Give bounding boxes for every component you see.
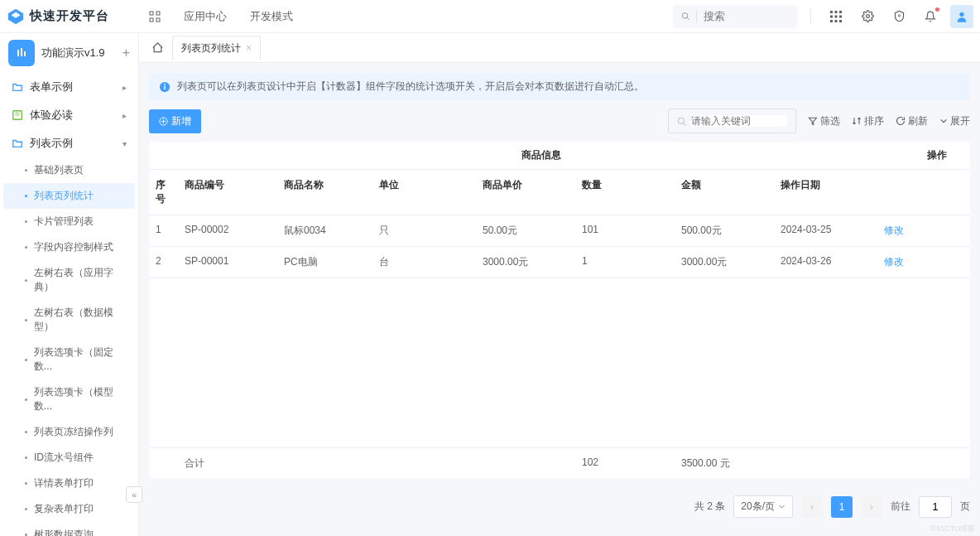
bullet-icon: [25, 456, 27, 459]
logo-text: 快速开发平台: [30, 8, 109, 24]
sidebar-item[interactable]: 左树右表（数据模型）: [0, 300, 138, 340]
svg-rect-19: [24, 51, 26, 56]
chevron-right-icon: ▸: [122, 111, 127, 120]
table-footer: 合计 102 3500.00 元: [149, 447, 970, 479]
tab-label: 列表页列统计: [181, 41, 241, 56]
goto-input[interactable]: [919, 496, 952, 518]
app-header: 快速开发平台 应用中心 开发模式: [0, 0, 980, 33]
keyword-input[interactable]: [691, 115, 787, 127]
sidebar-item[interactable]: 卡片管理列表: [0, 209, 138, 234]
watermark: ©51CTO博客: [931, 524, 975, 534]
sort-button[interactable]: 排序: [852, 114, 884, 128]
sidebar-title: 功能演示v1.9: [41, 46, 116, 60]
svg-rect-11: [839, 15, 842, 17]
table-row: 1SP-00002鼠标0034只50.00元101500.00元2024-03-…: [149, 215, 970, 247]
sidebar-item[interactable]: ID流水号组件: [0, 445, 138, 471]
page-total: 共 2 条: [694, 500, 725, 514]
sidebar-item[interactable]: 列表选项卡（固定数...: [0, 340, 138, 379]
svg-rect-10: [835, 15, 838, 17]
svg-rect-18: [21, 48, 22, 56]
page-size-select[interactable]: 20条/页: [733, 495, 793, 518]
table-head: 序号 商品编号 商品名称 单位 商品单价 数量 金额 操作日期: [149, 170, 970, 215]
bell-icon[interactable]: [919, 5, 942, 28]
tab-home-icon[interactable]: [146, 36, 169, 60]
svg-point-16: [959, 12, 963, 16]
sidebar-item[interactable]: 详情表单打印: [0, 471, 138, 496]
expand-button[interactable]: 展开: [939, 114, 970, 128]
bullet-icon: [25, 279, 27, 282]
col-name: 商品名称: [277, 170, 372, 215]
svg-point-4: [682, 13, 687, 18]
tab-current[interactable]: 列表页列统计 ×: [172, 36, 261, 60]
alert-text: 列表页可以在列表页设计中开启【计数器】组件字段的统计选项开关，开启后会对本页数据…: [177, 80, 644, 94]
page-current[interactable]: 1: [831, 496, 853, 518]
menu-group[interactable]: 列表示例▾: [0, 129, 138, 157]
folder-icon: [12, 109, 23, 121]
svg-rect-7: [835, 11, 838, 13]
main: 列表页列统计 × 列表页可以在列表页设计中开启【计数器】组件字段的统计选项开关，…: [139, 33, 980, 536]
nav-apps-icon[interactable]: [149, 11, 161, 22]
user-avatar[interactable]: [950, 5, 973, 28]
col-price: 商品单价: [476, 170, 575, 215]
edit-link[interactable]: 修改: [884, 256, 904, 268]
folder-icon: [12, 138, 23, 149]
goto-suffix: 页: [960, 500, 970, 514]
shield-gear-icon[interactable]: [887, 5, 910, 28]
global-search-input[interactable]: [704, 10, 789, 22]
nav-app-center[interactable]: 应用中心: [184, 9, 227, 24]
sidebar-item[interactable]: 字段内容控制样式: [0, 234, 138, 260]
gear-icon[interactable]: [856, 5, 879, 28]
sidebar-item[interactable]: 列表页冻结操作列: [0, 419, 138, 445]
svg-rect-3: [156, 18, 160, 22]
bullet-icon: [25, 319, 27, 321]
info-alert: 列表页可以在列表页设计中开启【计数器】组件字段的统计选项开关，开启后会对本页数据…: [149, 73, 970, 100]
pagination: 共 2 条 20条/页 ‹ 1 › 前往 页: [149, 487, 970, 526]
search-icon: [677, 116, 686, 127]
menu-group[interactable]: 表单示例▸: [0, 73, 138, 101]
apps-grid-icon[interactable]: [824, 5, 848, 28]
bullet-icon: [25, 169, 27, 171]
content: 列表页可以在列表页设计中开启【计数器】组件字段的统计选项开关，开启后会对本页数据…: [139, 63, 980, 536]
svg-rect-13: [835, 20, 838, 22]
add-button[interactable]: 新增: [149, 109, 201, 133]
sidebar-app-icon: [8, 40, 35, 66]
edit-link[interactable]: 修改: [884, 225, 904, 236]
footer-label: 合计: [178, 448, 277, 479]
tabs-bar: 列表页列统计 ×: [139, 33, 980, 63]
svg-rect-8: [839, 11, 842, 13]
svg-rect-2: [150, 18, 153, 22]
nav-dev-mode[interactable]: 开发模式: [250, 9, 293, 24]
sidebar-item[interactable]: 左树右表（应用字典）: [0, 260, 138, 300]
tab-close-icon[interactable]: ×: [246, 42, 252, 54]
sidebar-item[interactable]: 树形数据查询: [0, 522, 138, 536]
bullet-icon: [25, 195, 27, 197]
global-search[interactable]: [673, 5, 797, 28]
header-nav: 应用中心 开发模式: [149, 9, 293, 24]
bullet-icon: [25, 246, 27, 249]
header-right: [673, 5, 973, 28]
folder-icon: [12, 81, 23, 93]
group-header: 商品信息: [178, 142, 904, 169]
filter-button[interactable]: 筛选: [808, 114, 840, 128]
chevron-right-icon: ▾: [122, 139, 127, 148]
bullet-icon: [25, 431, 27, 433]
keyword-search[interactable]: [668, 109, 796, 133]
sort-icon: [852, 116, 862, 126]
sidebar-add-icon[interactable]: +: [122, 46, 130, 60]
col-code: 商品编号: [178, 170, 277, 215]
sidebar-item[interactable]: 列表页列统计: [3, 183, 135, 209]
sidebar-item[interactable]: 基础列表页: [0, 157, 138, 183]
refresh-button[interactable]: 刷新: [896, 114, 928, 128]
svg-point-15: [898, 15, 901, 17]
table-row: 2SP-00001PC电脑台3000.00元13000.00元2024-03-2…: [149, 247, 970, 278]
menu-group[interactable]: 体验必读▸: [0, 101, 138, 129]
toolbar: 新增 筛选 排序 刷新 展开: [149, 109, 970, 133]
sidebar-collapse-icon[interactable]: «: [126, 486, 142, 503]
svg-rect-24: [164, 85, 165, 89]
page-next[interactable]: ›: [861, 496, 882, 518]
sidebar-item[interactable]: 列表选项卡（模型数...: [0, 379, 138, 419]
col-qty: 数量: [575, 170, 675, 215]
sidebar-item[interactable]: 复杂表单打印: [0, 496, 138, 522]
bullet-icon: [25, 220, 27, 223]
page-prev[interactable]: ‹: [801, 496, 823, 518]
